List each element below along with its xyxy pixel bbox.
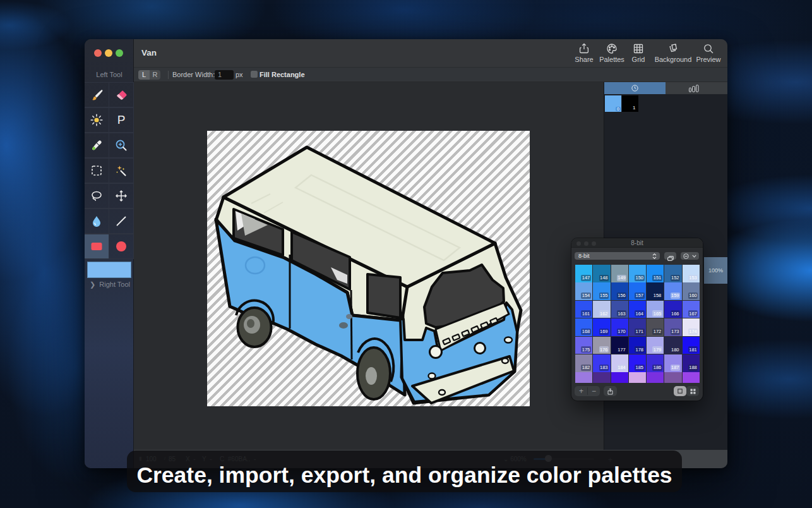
svg-text:P: P	[117, 113, 126, 126]
